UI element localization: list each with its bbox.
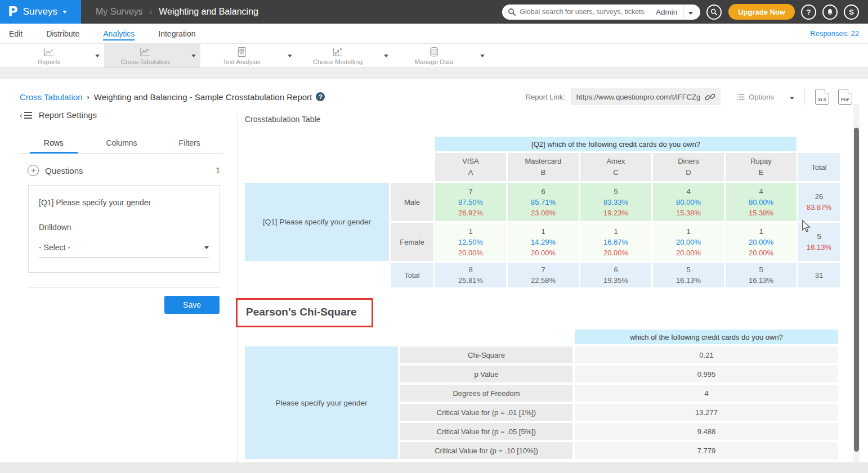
reports-dropdown[interactable] [90, 44, 104, 67]
upgrade-now-button[interactable]: Upgrade Now [728, 4, 795, 20]
tool-cross-tabulation[interactable]: Cross-Tabulation [104, 44, 186, 67]
tool-manage-data[interactable]: Manage Data [393, 44, 475, 67]
question-card: [Q1] Please specify your gender Drilldow… [28, 185, 220, 273]
chi-stat-value: 0.21 [575, 346, 838, 363]
cell-line: 20.00% [726, 237, 797, 247]
nav-distribute[interactable]: Distribute [46, 24, 79, 43]
report-link-box[interactable]: https://www.questionpro.com/t/lFFCZg [571, 88, 721, 105]
cell-line: 20.00% [653, 237, 724, 247]
column-code: D [653, 167, 724, 178]
chevron-down-icon [62, 11, 67, 13]
notifications-button[interactable] [822, 4, 838, 20]
surveys-product-menu[interactable]: P Surveys [0, 0, 81, 24]
crosstab-header-row: [Q2] which of the following credit cards… [245, 137, 840, 151]
text-analysis-dropdown[interactable] [283, 44, 297, 67]
chi-square-table: which of the following credit cards do y… [243, 327, 840, 461]
search-button[interactable] [706, 4, 722, 20]
crosstab-cell: 112.50%20.00% [435, 223, 506, 261]
question-text: [Q1] Please specify your gender [39, 198, 209, 207]
chi-header-row: which of the following credit cards do y… [245, 330, 838, 344]
vertical-scrollbar[interactable] [853, 104, 860, 462]
tool-reports[interactable]: Reports [8, 44, 90, 67]
column-code: C [580, 167, 651, 178]
responses-count[interactable]: Responses: 22 [810, 29, 859, 38]
help-button[interactable]: ? [801, 4, 816, 20]
cell-line: 16.13% [653, 275, 724, 286]
save-button[interactable]: Save [164, 296, 220, 314]
tool-text-analysis[interactable]: Text Analysis [200, 44, 283, 67]
choice-modelling-dropdown[interactable] [379, 44, 393, 67]
topbar-actions: Upgrade Now ? S [700, 4, 868, 20]
crosstab-grand-total: 31 [798, 263, 840, 287]
nav-edit[interactable]: Edit [9, 24, 23, 43]
top-navbar: P Surveys My Surveys › Weighting and Bal… [0, 0, 868, 24]
avatar-initial: S [849, 8, 854, 16]
tab-columns[interactable]: Columns [88, 133, 156, 153]
tool-label: Manage Data [414, 58, 453, 65]
cell-line: 5 [726, 264, 797, 275]
user-avatar[interactable]: S [844, 4, 859, 20]
footer-strip [0, 462, 868, 473]
crosstab-report-area: Crosstabulation Table [Q2] which of the … [245, 115, 850, 461]
cell-line: 1 [435, 226, 506, 237]
tool-label: Choice Modelling [313, 58, 363, 65]
column-code: A [435, 167, 506, 178]
options-button[interactable]: Options [736, 93, 774, 101]
spacer-cell [245, 153, 433, 181]
scrollbar-thumb[interactable] [854, 128, 859, 452]
cell-line: 1 [580, 226, 651, 237]
breadcrumb-separator: › [87, 93, 89, 101]
tab-rows[interactable]: Rows [20, 133, 88, 153]
collapse-panel-icon[interactable]: ‹ [20, 111, 32, 120]
tool-group-cross-tabulation: Cross-Tabulation [104, 44, 200, 67]
drilldown-select[interactable]: - Select - [39, 243, 209, 258]
nav-integration[interactable]: Integration [158, 24, 195, 43]
export-pdf-button[interactable]: PDF [838, 89, 852, 105]
cell-line: 20.00% [653, 247, 724, 258]
search-input[interactable] [516, 8, 650, 16]
crosstab-cell: 120.00%20.00% [653, 223, 724, 261]
crosstab-table: [Q2] which of the following credit cards… [243, 135, 842, 289]
help-icon[interactable]: ? [316, 92, 325, 101]
crosstab-row-label: Female [391, 223, 433, 261]
crosstab-total-row: Total825.81%722.58%619.35%516.13%516.13%… [245, 263, 840, 287]
settings-tabs: Rows Columns Filters [20, 133, 223, 154]
breadcrumb-separator: › [150, 7, 153, 16]
chi-stat-label: Critical Value for (p = .10 [10%]) [400, 442, 572, 459]
column-code: E [726, 167, 797, 178]
cell-line: 6 [580, 264, 651, 275]
cross-tabulation-dropdown[interactable] [186, 44, 200, 67]
options-label: Options [749, 93, 774, 101]
tool-label: Text Analysis [223, 58, 260, 65]
text-analysis-icon [236, 47, 247, 58]
global-search[interactable]: Admin [502, 4, 700, 20]
panel-title: Report Settings [39, 110, 97, 120]
report-header: Cross Tabulation › Weighting and Balanci… [6, 79, 862, 105]
chi-square-title: Pearson's Chi-Square [246, 306, 357, 318]
nav-analytics[interactable]: Analytics [103, 24, 135, 43]
export-xls-button[interactable]: XLS [815, 89, 829, 105]
panel-header: ‹ Report Settings [20, 110, 223, 120]
tab-filters[interactable]: Filters [155, 133, 223, 153]
breadcrumb-my-surveys[interactable]: My Surveys [96, 7, 143, 17]
product-name: Surveys [23, 6, 57, 17]
report-title: Weighting and Balancing - Sample Crossta… [94, 92, 312, 102]
report-link-url[interactable]: https://www.questionpro.com/t/lFFCZg [576, 93, 700, 101]
page-background-strip [0, 68, 868, 79]
options-dropdown[interactable] [790, 92, 794, 102]
crosstab-cell: 480.00%15.38% [653, 183, 724, 221]
add-question-icon[interactable]: + [28, 165, 39, 176]
cell-line: 1 [726, 226, 797, 237]
chi-stat-value: 4 [575, 385, 838, 402]
tool-choice-modelling[interactable]: Choice Modelling [297, 44, 379, 67]
tool-group-manage-data: Manage Data [393, 44, 489, 67]
cross-tabulation-link[interactable]: Cross Tabulation [20, 92, 82, 102]
cell-line: 1 [508, 226, 579, 237]
cell-line: 23.08% [508, 208, 579, 218]
manage-data-dropdown[interactable] [475, 44, 489, 67]
crosstab-cell: 120.00%20.00% [726, 223, 797, 261]
cell-line: 1 [653, 226, 724, 237]
question-mark-icon: ? [807, 8, 811, 16]
cell-line: 85.71% [508, 197, 579, 208]
search-scope-selector[interactable]: Admin [650, 4, 698, 20]
